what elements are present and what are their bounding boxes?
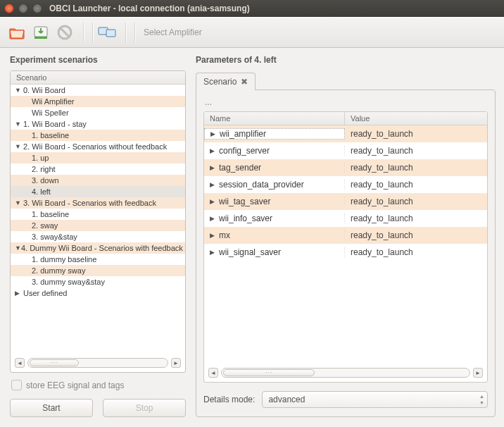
tree-branch[interactable]: ▼1. Wii Board - stay xyxy=(11,118,185,130)
start-button[interactable]: Start xyxy=(10,399,93,417)
tree-leaf[interactable]: 1. baseline xyxy=(11,130,185,141)
tree-branch[interactable]: ▼4. Dummy Wii Board - Scenarios with fee… xyxy=(11,242,185,254)
toolbar-separator xyxy=(134,23,135,42)
tree-item-label: 1. dummy baseline xyxy=(32,255,96,264)
details-mode-value: advanced xyxy=(268,395,305,404)
scroll-right-button[interactable]: ► xyxy=(171,358,181,368)
chevron-right-icon[interactable]: ▶ xyxy=(210,232,215,239)
chevron-right-icon[interactable]: ▶ xyxy=(210,215,215,222)
save-button[interactable] xyxy=(31,23,51,42)
column-header-value[interactable]: Value xyxy=(345,112,487,125)
window-minimize-button[interactable] xyxy=(18,4,28,13)
parameter-name-cell[interactable]: ▶session_data_provider xyxy=(204,180,345,190)
parameter-value[interactable]: ready_to_launch xyxy=(345,214,487,223)
parameter-name-cell[interactable]: ▶wii_amplifier xyxy=(204,128,345,140)
details-mode-select[interactable]: advanced ▲▼ xyxy=(262,391,488,408)
chevron-down-icon[interactable]: ▼ xyxy=(15,143,23,150)
tree-leaf[interactable]: 3. dummy sway&stay xyxy=(11,276,185,287)
tree-leaf[interactable]: 1. dummy baseline xyxy=(11,254,185,265)
parameter-value[interactable]: ready_to_launch xyxy=(345,129,487,139)
scroll-left-button[interactable]: ◄ xyxy=(208,368,218,378)
store-eeg-checkbox[interactable] xyxy=(11,380,22,390)
tree-item-label: 2. Wii Board - Scenarios without feedbac… xyxy=(23,142,167,151)
chevron-down-icon[interactable]: ▼ xyxy=(15,120,23,128)
tree-item-label: 1. up xyxy=(32,154,49,162)
tree-leaf[interactable]: 2. right xyxy=(11,163,185,175)
chevron-down-icon[interactable]: ▼ xyxy=(15,245,21,252)
tree-leaf[interactable]: 2. dummy sway xyxy=(11,265,185,276)
scroll-thumb[interactable] xyxy=(223,369,315,376)
breadcrumb[interactable]: ... xyxy=(205,97,488,107)
close-tab-icon[interactable]: ✖ xyxy=(241,77,248,87)
chevron-right-icon[interactable]: ▶ xyxy=(210,198,215,205)
grid-horizontal-scrollbar[interactable]: ◄ ► xyxy=(204,365,487,382)
toolbar-separator xyxy=(83,23,84,42)
parameter-name-cell[interactable]: ▶wii_info_saver xyxy=(204,214,345,223)
select-amplifier-label[interactable]: Select Amplifier xyxy=(144,27,202,37)
toolbar-separator xyxy=(125,23,126,42)
tree-leaf[interactable]: 3. down xyxy=(11,175,185,186)
chevron-right-icon[interactable]: ▶ xyxy=(210,181,215,188)
toolbar-separator xyxy=(92,23,93,42)
tree-branch[interactable]: ▶User defined xyxy=(11,287,185,299)
parameter-row[interactable]: ▶mxready_to_launch xyxy=(204,227,487,244)
parameter-row[interactable]: ▶tag_senderready_to_launch xyxy=(204,159,487,176)
parameter-name-cell[interactable]: ▶tag_sender xyxy=(204,163,345,173)
parameter-value[interactable]: ready_to_launch xyxy=(345,197,487,206)
chevron-right-icon[interactable]: ▶ xyxy=(210,147,215,154)
parameter-value[interactable]: ready_to_launch xyxy=(345,163,487,173)
parameters-title: Parameters of 4. left xyxy=(196,55,496,65)
parameter-name-cell[interactable]: ▶mx xyxy=(204,230,345,240)
scenario-tree[interactable]: ▼0. Wii BoardWii AmplifierWii Speller▼1.… xyxy=(11,85,185,355)
scroll-track[interactable] xyxy=(221,368,470,378)
chevron-right-icon[interactable]: ▶ xyxy=(210,249,215,256)
grid-body[interactable]: ▶wii_amplifierready_to_launch▶config_ser… xyxy=(204,125,487,365)
open-folder-button[interactable] xyxy=(7,23,27,42)
tree-horizontal-scrollbar[interactable]: ◄ ► xyxy=(11,355,185,372)
parameter-name-cell[interactable]: ▶wii_signal_saver xyxy=(204,247,345,257)
tree-header[interactable]: Scenario xyxy=(11,71,185,85)
tree-leaf[interactable]: 1. up xyxy=(11,152,185,163)
tree-leaf[interactable]: 4. left xyxy=(11,186,185,197)
tree-leaf[interactable]: Wii Amplifier xyxy=(11,96,185,107)
window-maximize-button[interactable] xyxy=(32,4,42,13)
parameter-value[interactable]: ready_to_launch xyxy=(345,247,487,257)
tree-item-label: 3. Wii Board - Scenarios with feedback xyxy=(23,199,156,207)
tree-leaf[interactable]: 3. sway&stay xyxy=(11,231,185,242)
parameter-name-cell[interactable]: ▶config_server xyxy=(204,146,345,156)
scroll-right-button[interactable]: ► xyxy=(473,368,483,378)
tree-branch[interactable]: ▼0. Wii Board xyxy=(11,85,185,96)
tab-scenario[interactable]: Scenario ✖ xyxy=(196,73,256,90)
parameter-row[interactable]: ▶wii_signal_saverready_to_launch xyxy=(204,244,487,261)
toolbar: Select Amplifier xyxy=(0,17,504,48)
tree-leaf[interactable]: 1. baseline xyxy=(11,209,185,220)
chevron-right-icon[interactable]: ▶ xyxy=(15,290,23,297)
window-close-button[interactable] xyxy=(4,4,14,13)
scroll-left-button[interactable]: ◄ xyxy=(15,358,25,368)
parameter-row[interactable]: ▶config_serverready_to_launch xyxy=(204,142,487,159)
chevron-right-icon[interactable]: ▶ xyxy=(210,164,215,171)
spinner-icon[interactable]: ▲▼ xyxy=(479,393,484,406)
chevron-down-icon[interactable]: ▼ xyxy=(15,87,23,94)
column-header-name[interactable]: Name xyxy=(204,112,345,125)
tree-leaf[interactable]: 2. sway xyxy=(11,220,185,231)
parameter-row[interactable]: ▶wii_tag_saverready_to_launch xyxy=(204,193,487,210)
parameter-name: mx xyxy=(219,230,230,240)
stop-button[interactable]: Stop xyxy=(103,399,186,417)
parameter-row[interactable]: ▶session_data_providerready_to_launch xyxy=(204,176,487,193)
chevron-right-icon[interactable]: ▶ xyxy=(210,130,215,137)
scroll-track[interactable] xyxy=(27,358,168,368)
tree-branch[interactable]: ▼3. Wii Board - Scenarios with feedback xyxy=(11,197,185,209)
parameter-value[interactable]: ready_to_launch xyxy=(345,180,487,190)
parameter-row[interactable]: ▶wii_amplifierready_to_launch xyxy=(204,125,487,142)
parameter-value[interactable]: ready_to_launch xyxy=(345,230,487,240)
window-title: OBCI Launcher - local connection (ania-s… xyxy=(49,4,250,13)
scroll-thumb[interactable] xyxy=(30,359,79,366)
parameter-value[interactable]: ready_to_launch xyxy=(345,146,487,156)
tree-branch[interactable]: ▼2. Wii Board - Scenarios without feedba… xyxy=(11,141,185,152)
monitors-button[interactable] xyxy=(97,23,117,42)
parameter-row[interactable]: ▶wii_info_saverready_to_launch xyxy=(204,210,487,227)
parameter-name-cell[interactable]: ▶wii_tag_saver xyxy=(204,197,345,206)
chevron-down-icon[interactable]: ▼ xyxy=(15,199,23,206)
tree-leaf[interactable]: Wii Speller xyxy=(11,107,185,118)
